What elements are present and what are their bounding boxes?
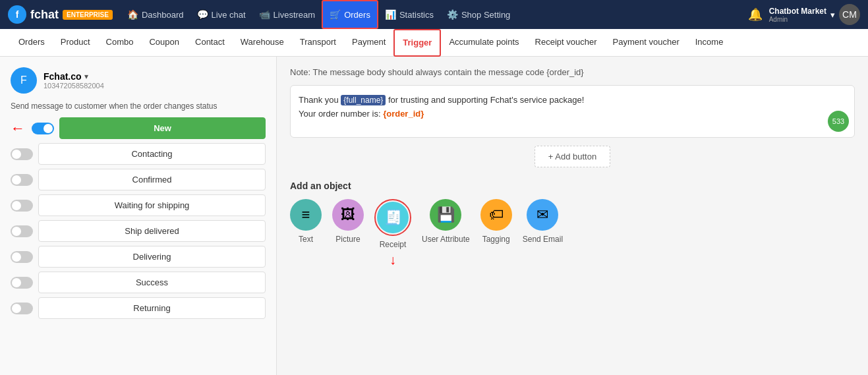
nav-item-livechat[interactable]: 💬Live chat [190,0,252,29]
status-row-waiting-shipping: Waiting for shipping [11,194,266,216]
object-item-wrapper-picture: 🖼Picture [332,199,364,244]
chevron-down-icon: ▾ [830,10,835,20]
object-item-picture[interactable]: 🖼Picture [332,199,364,244]
message-content: Thank you {full_name} for trusting and s… [299,94,846,121]
text-icon: ≡ [290,199,322,231]
sub-nav-item-payment-voucher[interactable]: Payment voucher [605,29,687,57]
message-prefix: Thank you [299,95,341,105]
tagging-label: Tagging [482,235,510,244]
nav-item-livestream[interactable]: 📹Livestream [252,0,322,29]
user-name: Chatbot Market [769,7,826,16]
notification-bell-icon[interactable]: 🔔 [748,7,763,22]
sub-nav-item-combo[interactable]: Combo [98,29,142,57]
logo-area: f fchat ENTERPRISE [8,5,113,24]
sub-nav: OrdersProductComboCouponContactWarehouse… [0,29,868,57]
sub-nav-item-warehouse[interactable]: Warehouse [233,29,292,57]
object-item-text[interactable]: ≡Text [290,199,322,244]
user-role: Admin [769,16,826,23]
nav-item-shopsetting[interactable]: ⚙️Shop Setting [440,0,517,29]
status-btn-ship-delivered[interactable]: Ship delivered [38,220,266,242]
sub-nav-item-transport[interactable]: Transport [292,29,344,57]
dashboard-nav-label: Dashboard [142,10,184,20]
tagging-icon: 🏷 [480,199,512,231]
sub-nav-item-product[interactable]: Product [53,29,98,57]
receipt-highlight-border: 🧾 [374,199,411,236]
text-label: Text [299,235,313,244]
add-object-title: Add an object [290,181,855,191]
sub-nav-item-income[interactable]: Income [687,29,732,57]
status-row-contacting: Contacting [11,143,266,165]
sub-nav-item-contact[interactable]: Contact [187,29,233,57]
object-item-wrapper-text: ≡Text [290,199,322,244]
top-nav-items: 🏠Dashboard💬Live chat📹Livestream🛒Orders📊S… [121,0,517,29]
add-object-section: Add an object ≡Text🖼Picture🧾Receipt↓💾Use… [290,181,855,249]
status-row-new: ←New [11,117,266,139]
add-button-btn[interactable]: + Add button [535,146,610,167]
user-info[interactable]: Chatbot Market Admin ▾ CM [769,4,860,25]
toggle-waiting-shipping[interactable] [11,200,33,212]
status-row-confirmed: Confirmed [11,169,266,190]
object-item-receipt[interactable]: 🧾Receipt [374,199,411,249]
object-item-send-email[interactable]: ✉Send Email [523,199,563,244]
sub-nav-item-coupon[interactable]: Coupon [141,29,187,57]
status-btn-success[interactable]: Success [38,272,266,293]
toggle-contacting[interactable] [11,148,33,160]
nav-item-orders[interactable]: 🛒Orders [322,0,378,29]
sub-nav-item-orders[interactable]: Orders [11,29,53,57]
toggle-ship-delivered[interactable] [11,225,33,237]
toggle-success[interactable] [11,277,33,289]
livechat-nav-icon: 💬 [197,9,208,20]
picture-label: Picture [335,235,360,244]
user-avatar: CM [839,4,860,25]
shopsetting-nav-icon: ⚙️ [447,9,458,20]
status-row-ship-delivered: Ship delivered [11,220,266,242]
message-box[interactable]: Thank you {full_name} for trusting and s… [290,85,855,138]
sub-nav-items: OrdersProductComboCouponContactWarehouse… [11,29,731,57]
livestream-nav-icon: 📹 [259,9,270,20]
main-content: F Fchat.co ▾ 103472058582004 Send messag… [0,57,868,375]
nav-item-statistics[interactable]: 📊Statistics [378,0,440,29]
sub-nav-item-payment[interactable]: Payment [344,29,393,57]
status-btn-contacting[interactable]: Contacting [38,143,266,165]
top-nav: f fchat ENTERPRISE 🏠Dashboard💬Live chat📹… [0,0,868,29]
status-btn-confirmed[interactable]: Confirmed [38,169,266,190]
right-panel: Note: The message body should always con… [277,57,868,375]
status-btn-returning[interactable]: Returning [38,297,266,319]
enterprise-badge: ENTERPRISE [63,10,113,20]
shop-name: Fchat.co [43,71,82,82]
object-item-wrapper-user-attribute: 💾User Attribute [422,199,470,244]
status-btn-waiting-shipping[interactable]: Waiting for shipping [38,194,266,216]
order-id-placeholder: {order_id} [383,109,424,119]
object-item-wrapper-send-email: ✉Send Email [523,199,563,244]
statistics-nav-icon: 📊 [385,9,396,20]
sub-nav-item-trigger[interactable]: Trigger [393,29,441,57]
livechat-nav-label: Live chat [212,10,246,20]
status-btn-new[interactable]: New [59,117,266,139]
object-item-tagging[interactable]: 🏷Tagging [480,199,512,244]
toggle-returning[interactable] [11,303,33,314]
orders-nav-icon: 🛒 [330,9,341,20]
dashboard-nav-icon: 🏠 [127,9,138,20]
receipt-label: Receipt [380,240,407,249]
sub-nav-item-receipt-voucher[interactable]: Receipt voucher [527,29,605,57]
sub-nav-item-accumulate[interactable]: Accumulate points [441,29,527,57]
status-list: ←NewContactingConfirmedWaiting for shipp… [11,117,266,319]
object-item-user-attribute[interactable]: 💾User Attribute [422,199,470,244]
picture-icon: 🖼 [332,199,364,231]
toggle-new[interactable] [32,123,54,134]
toggle-confirmed[interactable] [11,174,33,186]
shop-dropdown-icon[interactable]: ▾ [84,72,88,81]
shop-header: F Fchat.co ▾ 103472058582004 [11,67,266,94]
receipt-icon: 🧾 [377,202,409,233]
status-row-success: Success [11,272,266,293]
nav-item-dashboard[interactable]: 🏠Dashboard [121,0,190,29]
fchat-logo-icon: f [8,5,26,24]
status-btn-delivering[interactable]: Delivering [38,246,266,268]
send-msg-label: Send message to customer when the order … [11,101,266,111]
object-items: ≡Text🖼Picture🧾Receipt↓💾User Attribute🏷Ta… [290,199,855,249]
shop-avatar: F [11,67,37,94]
toggle-delivering[interactable] [11,251,33,263]
object-item-wrapper-tagging: 🏷Tagging [480,199,512,244]
status-row-delivering: Delivering [11,246,266,268]
red-arrow-down-icon: ↓ [390,252,396,268]
